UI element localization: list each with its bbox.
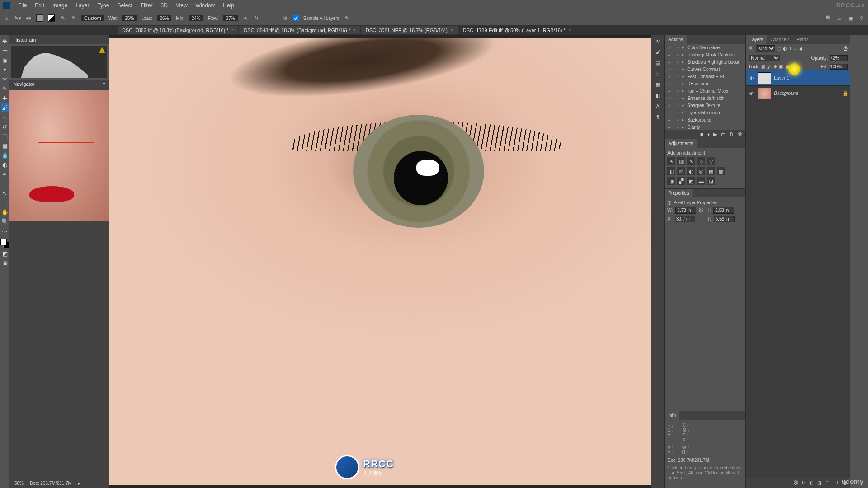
shape-tool[interactable]: ▭ bbox=[1, 198, 9, 206]
action-dialog-icon[interactable]: ▫ bbox=[674, 103, 682, 108]
disclosure-icon[interactable]: ▸ bbox=[682, 110, 687, 115]
gradient-tool[interactable]: ▤ bbox=[1, 141, 9, 150]
action-toggle-icon[interactable]: ✓ bbox=[665, 74, 674, 79]
disclosure-icon[interactable]: ▸ bbox=[682, 52, 687, 57]
airbrush-icon[interactable]: ✈ bbox=[242, 15, 249, 21]
action-toggle-icon[interactable]: ✓ bbox=[665, 81, 674, 86]
action-row[interactable]: ✓ ▫ ▸ Unsharp Mask Contrast bbox=[665, 51, 745, 58]
action-row[interactable]: ✓ ▫ ▸ Fast Contrast + NL bbox=[665, 73, 745, 80]
workspace-icon[interactable]: ▦ bbox=[847, 15, 854, 21]
navigator-thumbnail[interactable] bbox=[9, 90, 109, 221]
brushes-panel-icon[interactable]: 🖌 bbox=[655, 49, 661, 55]
action-dialog-icon[interactable]: ▫ bbox=[674, 52, 682, 57]
zoom-tool[interactable]: 🔍 bbox=[1, 217, 9, 225]
filter-pixel-icon[interactable]: ◫ bbox=[777, 46, 781, 51]
disclosure-icon[interactable]: ▸ bbox=[682, 60, 687, 64]
color-swatches[interactable] bbox=[0, 239, 9, 248]
layer-row[interactable]: 👁 Background 🔒 bbox=[746, 86, 850, 101]
action-dialog-icon[interactable]: ▫ bbox=[674, 81, 682, 86]
filter-type-icon[interactable]: T bbox=[789, 46, 792, 51]
action-row[interactable]: ✓ ▫ ▸ DB volume bbox=[665, 80, 745, 87]
stop-icon[interactable]: ■ bbox=[700, 131, 703, 137]
panel-menu-icon[interactable]: ≡ bbox=[103, 37, 105, 42]
play-icon[interactable]: ▶ bbox=[713, 131, 717, 137]
menu-view[interactable]: View bbox=[172, 1, 191, 9]
layer-name[interactable]: Background bbox=[774, 91, 798, 96]
paths-tab[interactable]: Paths bbox=[793, 35, 812, 44]
close-icon[interactable]: × bbox=[568, 28, 571, 33]
menu-image[interactable]: Image bbox=[49, 1, 71, 9]
path-tool[interactable]: ↖ bbox=[1, 189, 9, 197]
filter-smart-icon[interactable]: ◆ bbox=[799, 46, 803, 51]
brush-preset-icon[interactable]: ●▾ bbox=[25, 15, 32, 21]
smoothing-icon[interactable]: ↻ bbox=[253, 15, 259, 21]
gradient-map-icon[interactable]: ▬ bbox=[697, 177, 705, 185]
exposure-icon[interactable]: ☼ bbox=[697, 157, 705, 165]
color-lookup-icon[interactable]: ▩ bbox=[717, 167, 725, 175]
current-load-swatch[interactable] bbox=[36, 14, 43, 22]
canvas-area[interactable]: RRCC 人人素材 bbox=[109, 35, 651, 488]
info-tab[interactable]: Info bbox=[665, 411, 679, 420]
edit-toolbar[interactable]: ⋯ bbox=[1, 227, 9, 235]
prop-w-input[interactable] bbox=[675, 207, 696, 214]
lock-position-icon[interactable]: ✥ bbox=[774, 64, 777, 69]
disclosure-icon[interactable]: ▸ bbox=[682, 74, 687, 79]
threshold-icon[interactable]: ◩ bbox=[687, 177, 695, 185]
swatches-panel-icon[interactable]: ▦ bbox=[655, 81, 661, 88]
layers-tab[interactable]: Layers bbox=[746, 35, 767, 44]
menu-layer[interactable]: Layer bbox=[72, 1, 93, 9]
menu-select[interactable]: Select bbox=[113, 1, 136, 9]
brightness-icon[interactable]: ☀ bbox=[667, 157, 675, 165]
vibrance-icon[interactable]: ▽ bbox=[707, 157, 715, 165]
visibility-icon[interactable]: 👁 bbox=[748, 91, 755, 96]
quickmask-icon[interactable]: ◩ bbox=[1, 249, 9, 258]
action-dialog-icon[interactable]: ▫ bbox=[674, 110, 682, 115]
levels-icon[interactable]: ▥ bbox=[677, 157, 685, 165]
action-toggle-icon[interactable]: ✓ bbox=[665, 67, 674, 72]
frame-icon[interactable]: □ bbox=[836, 15, 843, 21]
filter-kind-icon[interactable]: 🔍 bbox=[749, 46, 754, 51]
brush-tool[interactable]: 🖌 bbox=[1, 103, 9, 112]
settings-gear-icon[interactable]: ⚙ bbox=[282, 15, 288, 21]
action-dialog-icon[interactable]: ▫ bbox=[674, 74, 682, 79]
action-toggle-icon[interactable]: ✓ bbox=[665, 89, 674, 94]
tab-1[interactable]: DSC_8548.tif @ 18.3% (Background, RGB/16… bbox=[239, 26, 360, 34]
status-arrow-icon[interactable]: ▸ bbox=[78, 481, 80, 486]
home-icon[interactable]: ⌂ bbox=[4, 15, 10, 21]
action-row[interactable]: ✓ ▫ ▸ Enhance dark skin bbox=[665, 94, 745, 102]
screenmode-icon[interactable]: ▣ bbox=[1, 259, 9, 267]
action-toggle-icon[interactable]: ✓ bbox=[665, 110, 674, 115]
bw-icon[interactable]: ◐ bbox=[687, 167, 695, 175]
layer-mask-icon[interactable]: ◐ bbox=[809, 480, 814, 486]
crop-tool[interactable]: ✂ bbox=[1, 75, 9, 83]
eraser-tool[interactable]: ◫ bbox=[1, 132, 9, 140]
blend-mode-select[interactable]: Normal bbox=[749, 55, 780, 61]
action-dialog-icon[interactable]: ▫ bbox=[674, 96, 682, 101]
disclosure-icon[interactable]: ▸ bbox=[682, 103, 687, 108]
opacity-input[interactable] bbox=[830, 55, 848, 61]
invert-icon[interactable]: ◨ bbox=[667, 177, 675, 185]
action-row[interactable]: ✓ ▫ ▸ Curves Contrast bbox=[665, 66, 745, 73]
flow-value[interactable]: 27% bbox=[223, 15, 238, 21]
posterize-icon[interactable]: ▞ bbox=[677, 177, 685, 185]
load-value[interactable]: 26% bbox=[157, 15, 171, 21]
healing-tool[interactable]: ✚ bbox=[1, 94, 9, 102]
filter-kind-select[interactable]: Kind bbox=[756, 45, 775, 52]
color-panel-icon[interactable]: ◧ bbox=[655, 92, 661, 99]
link-layers-icon[interactable]: ⛓ bbox=[793, 480, 798, 485]
search-icon[interactable]: 🔍 bbox=[826, 15, 832, 21]
tab-2[interactable]: DSC_3081.NEF @ 16.7% (RGB/16*)× bbox=[361, 26, 458, 34]
clean-brush-swatch[interactable] bbox=[48, 14, 55, 22]
action-row[interactable]: ✓ ▫ ▸ Clarity bbox=[665, 123, 745, 130]
disclosure-icon[interactable]: ▸ bbox=[682, 89, 687, 93]
lasso-tool[interactable]: ◉ bbox=[1, 56, 9, 64]
disclosure-icon[interactable]: ▸ bbox=[682, 45, 687, 50]
history-brush-tool[interactable]: ↺ bbox=[1, 122, 9, 131]
action-row[interactable]: ✓ ▫ ▸ Background bbox=[665, 116, 745, 123]
filter-toggle-icon[interactable]: ⏻ bbox=[843, 46, 848, 51]
lock-trans-icon[interactable]: ▦ bbox=[761, 64, 765, 69]
paragraph-panel-icon[interactable]: ¶ bbox=[655, 114, 661, 120]
action-row[interactable]: ✓ ▫ ▸ Tan – Channel Mixer bbox=[665, 87, 745, 94]
action-row[interactable]: ✓ ▫ ▸ Color Neutralize bbox=[665, 44, 745, 51]
panel-menu-icon[interactable]: ≡ bbox=[103, 81, 105, 87]
